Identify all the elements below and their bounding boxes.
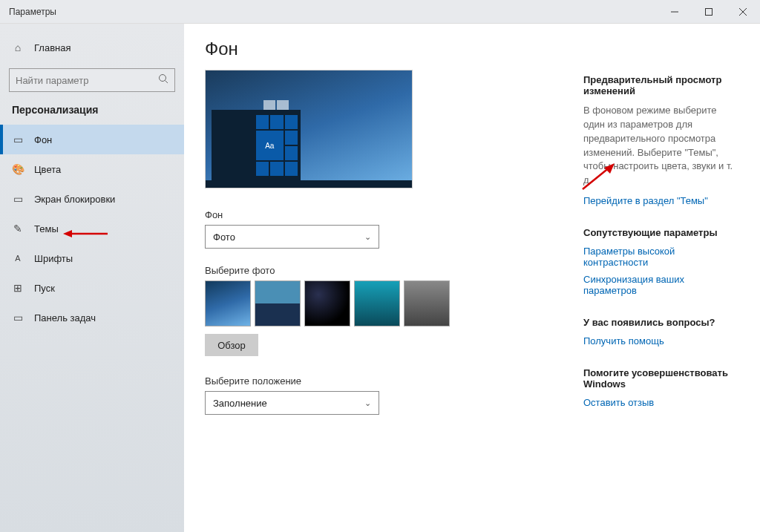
related-title: Сопутствующие параметры (583, 227, 739, 238)
fit-select[interactable]: Заполнение ⌄ (205, 391, 379, 415)
lockscreen-icon: ▭ (12, 193, 24, 205)
home-label: Главная (34, 42, 71, 53)
minimize-button[interactable] (658, 0, 692, 24)
svg-line-5 (166, 81, 168, 84)
background-select-value: Фото (213, 231, 235, 243)
feedback-link[interactable]: Оставить отзыв (583, 397, 739, 408)
close-button[interactable] (726, 0, 760, 24)
start-icon: ⊞ (12, 282, 24, 294)
desktop-preview: Aa (205, 70, 413, 188)
chevron-down-icon: ⌄ (364, 232, 371, 242)
annotation-arrow (579, 163, 616, 193)
help-title: У вас появились вопросы? (583, 317, 739, 328)
home-icon: ⌂ (12, 42, 24, 53)
get-help-link[interactable]: Получить помощь (583, 335, 739, 347)
fit-select-value: Заполнение (213, 398, 267, 409)
sidebar-item-label: Панель задач (34, 312, 96, 324)
sidebar-item-lockscreen[interactable]: ▭ Экран блокировки (0, 184, 184, 214)
fonts-icon: A (12, 252, 24, 264)
thumbnail[interactable] (304, 280, 350, 326)
svg-point-4 (160, 75, 166, 82)
thumbnail[interactable] (404, 280, 450, 326)
home-link[interactable]: ⌂ Главная (0, 33, 184, 62)
sidebar-item-label: Пуск (34, 283, 55, 294)
window-controls (658, 0, 760, 24)
side-panel: Предварительный просмотр изменений В фон… (583, 39, 739, 517)
thumbnail[interactable] (354, 280, 400, 326)
sidebar-item-start[interactable]: ⊞ Пуск (0, 273, 184, 303)
background-label: Фон (205, 209, 554, 220)
category-header: Персонализация (0, 104, 184, 125)
svg-line-8 (583, 167, 610, 189)
sidebar-item-label: Экран блокировки (34, 194, 115, 205)
preview-changes-title: Предварительный просмотр изменений (583, 74, 739, 96)
high-contrast-link[interactable]: Параметры высокой контрастности (583, 246, 739, 268)
fit-label: Выберите положение (205, 375, 554, 387)
search-icon (158, 73, 168, 87)
themes-link[interactable]: Перейдите в раздел "Темы" (583, 195, 739, 206)
sidebar-item-label: Шрифты (34, 253, 73, 264)
main-content: Фон Aa Фон Фото ⌄ Выберите фото (184, 24, 760, 532)
search-input[interactable] (16, 75, 158, 86)
choose-photo-label: Выберите фото (205, 265, 554, 276)
svg-marker-9 (604, 163, 615, 174)
sidebar-item-background[interactable]: ▭ Фон (0, 125, 184, 154)
sidebar-item-fonts[interactable]: A Шрифты (0, 243, 184, 273)
sidebar-item-label: Темы (34, 223, 59, 234)
browse-button[interactable]: Обзор (205, 334, 258, 356)
maximize-button[interactable] (692, 0, 726, 24)
thumbnail[interactable] (205, 280, 251, 326)
svg-marker-7 (63, 230, 72, 237)
background-select[interactable]: Фото ⌄ (205, 225, 379, 249)
annotation-arrow (63, 228, 108, 240)
photo-thumbnails (205, 280, 554, 326)
window-title: Параметры (9, 7, 56, 17)
palette-icon: 🎨 (12, 163, 24, 175)
sidebar-item-label: Фон (34, 134, 52, 145)
thumbnail[interactable] (255, 280, 301, 326)
sidebar: ⌂ Главная Персонализация ▭ Фон 🎨 Цвета ▭… (0, 24, 184, 532)
picture-icon: ▭ (12, 134, 24, 145)
sidebar-item-taskbar[interactable]: ▭ Панель задач (0, 303, 184, 332)
themes-icon: ✎ (12, 223, 24, 234)
sidebar-item-label: Цвета (34, 164, 61, 175)
sidebar-item-colors[interactable]: 🎨 Цвета (0, 154, 184, 184)
chevron-down-icon: ⌄ (364, 398, 371, 408)
sync-settings-link[interactable]: Синхронизация ваших параметров (583, 274, 739, 296)
title-bar: Параметры (0, 0, 760, 24)
search-box[interactable] (9, 68, 175, 92)
feedback-title: Помогите усовершенствовать Windows (583, 367, 739, 390)
svg-rect-1 (706, 8, 712, 15)
taskbar-icon: ▭ (12, 312, 24, 324)
page-title: Фон (205, 39, 554, 59)
